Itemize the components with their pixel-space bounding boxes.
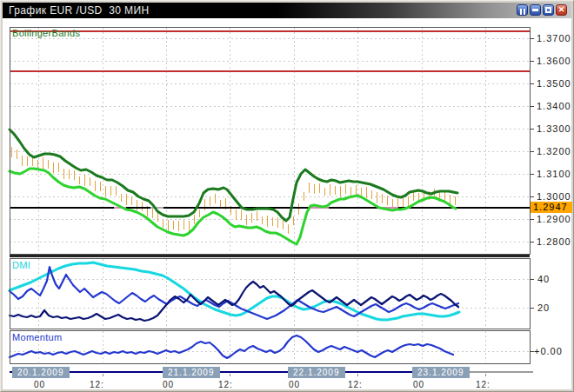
close-button[interactable]: ✕ — [556, 4, 567, 16]
chart-window: График EUR /USD 30 МИН ✕ BollingerBands … — [0, 0, 574, 392]
chart-content — [3, 18, 571, 389]
minimize-button[interactable] — [530, 4, 541, 16]
pause-icon — [519, 3, 526, 18]
title-bar[interactable]: График EUR /USD 30 МИН ✕ — [3, 3, 571, 18]
window-title: График EUR /USD 30 МИН — [3, 4, 150, 17]
maximize-button[interactable] — [543, 4, 554, 16]
maximize-icon — [545, 7, 551, 13]
pause-button[interactable] — [517, 4, 528, 16]
window-controls: ✕ — [517, 4, 567, 16]
minimize-icon — [532, 9, 538, 11]
close-icon: ✕ — [558, 6, 565, 14]
